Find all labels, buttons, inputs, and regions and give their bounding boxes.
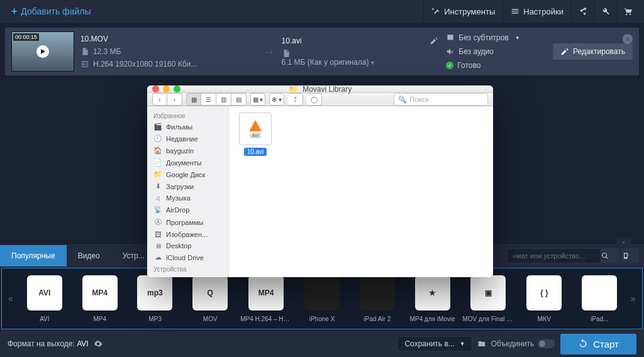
edit-button-label: Редактировать [573, 47, 625, 56]
sidebar-item-icon: ⬇ [153, 182, 162, 190]
pencil-icon [560, 47, 569, 56]
destination-filename: 10.avi [282, 36, 302, 45]
finder-search[interactable]: 🔍 Поиск [394, 93, 488, 106]
finder-titlebar[interactable]: 📁 Movavi Library [147, 85, 493, 93]
sidebar-item[interactable]: ☁iCloud Drive [147, 251, 228, 263]
format-icon: mp3 [137, 275, 172, 310]
share-button[interactable]: ⤴ [288, 93, 303, 106]
sidebar-item-label: Google Диск [166, 171, 205, 178]
format-label: MP3 [128, 316, 183, 322]
sidebar-item-label: Загрузки [166, 183, 194, 190]
cart-button[interactable] [616, 0, 639, 23]
share-button[interactable] [571, 0, 594, 23]
audio-muted-icon [446, 47, 455, 56]
duration-badge: 00:00:15 [13, 33, 39, 41]
sidebar-item[interactable]: 📡AirDrop [147, 204, 228, 216]
search-button[interactable] [601, 248, 619, 263]
file-item[interactable]: AVI 10.avi [235, 113, 275, 156]
format-label: iPad... [572, 316, 627, 322]
forward-button[interactable]: › [167, 93, 182, 106]
bottom-bar: Формат на выходе: AVI Сохранить в... ▼ О… [0, 331, 644, 357]
remove-item-button[interactable]: ✕ [623, 34, 633, 44]
sidebar-item[interactable]: 🕘Недавние [147, 133, 228, 145]
source-size: 12.3 МБ [93, 47, 121, 56]
format-search-input[interactable] [507, 248, 601, 263]
scroll-right-button[interactable]: » [627, 273, 640, 324]
window-zoom-button[interactable] [174, 85, 180, 92]
format-card[interactable]: iPad... [572, 275, 627, 322]
status-label: Готово [457, 61, 480, 70]
view-gallery-button[interactable]: ▤ [231, 93, 247, 106]
plus-icon: + [11, 6, 17, 17]
format-label: iPhone X [294, 316, 350, 322]
play-icon[interactable] [36, 45, 49, 58]
format-card[interactable]: AVIAVI [17, 275, 72, 322]
format-card[interactable]: MP4MP4 H.264 – HD 7... [238, 275, 294, 322]
file-name-label: 10.avi [244, 148, 267, 156]
merge-label: Объединить [491, 339, 535, 348]
detect-device-button[interactable] [621, 248, 639, 263]
audio-selector[interactable]: Без аудио [446, 47, 553, 56]
sidebar-favorites-header: Избранное [147, 110, 228, 121]
sidebar-item[interactable]: ◉Удаленный... [147, 274, 228, 277]
format-card[interactable]: MP4MP4 [72, 275, 128, 322]
device-detect-icon [621, 251, 630, 260]
back-button[interactable]: ‹ [152, 93, 167, 106]
sidebar-item[interactable]: ♫Музыка [147, 192, 228, 204]
chevron-down-icon[interactable]: ▾ [371, 59, 374, 66]
sidebar-item[interactable]: 🎬Фильмы [147, 121, 228, 133]
arrange-button[interactable]: ▦ ▾ [250, 93, 265, 106]
view-columns-button[interactable]: ▥ [216, 93, 231, 106]
tab-video[interactable]: Видео [67, 245, 111, 266]
sidebar-item[interactable]: 🖼Изображен... [147, 229, 228, 240]
collapse-button[interactable]: ⌄ [616, 238, 631, 245]
format-card[interactable]: mp3MP3 [128, 275, 183, 322]
wand-icon [431, 7, 440, 16]
format-card[interactable]: ▣MOV для Final Cut... [460, 275, 516, 322]
wrench-button[interactable] [594, 0, 616, 23]
scroll-left-button[interactable]: « [4, 273, 17, 324]
format-label: MOV для Final Cut... [460, 316, 516, 322]
format-card[interactable]: { }MKV [516, 275, 572, 322]
format-card[interactable]: QMOV [182, 275, 238, 322]
view-icons-button[interactable]: ▦ [186, 93, 201, 106]
sidebar-item-label: Недавние [166, 135, 198, 143]
cart-icon [624, 7, 633, 16]
finder-content[interactable]: AVI 10.avi [229, 106, 493, 277]
format-card[interactable]: iPad Air 2 [350, 275, 405, 322]
tools-label: Инструменты [444, 7, 495, 16]
tools-button[interactable]: Инструменты [423, 0, 502, 23]
sidebar-item[interactable]: ⒶПрограммы [147, 216, 228, 229]
format-label: MP4 для iMovie [405, 316, 460, 322]
edit-button[interactable]: Редактировать [553, 43, 633, 60]
browse-folder-button[interactable] [477, 339, 486, 348]
tags-button[interactable]: ◯ [307, 93, 322, 106]
save-to-selector[interactable]: Сохранить в... ▼ [397, 336, 472, 351]
subtitles-selector[interactable]: Без субтитров ▼ [446, 33, 553, 42]
video-thumbnail[interactable]: 00:00:15 [11, 31, 74, 72]
destination-size: 6.1 МБ (Как у оригинала) [282, 58, 369, 67]
format-card[interactable]: iPhone X [294, 275, 350, 322]
destination-info: 10.avi 6.1 МБ (Как у оригинала) ▾ [282, 36, 439, 67]
finder-sidebar: Избранное 🎬Фильмы🕘Недавние🏠bayguzin📄Доку… [147, 106, 229, 277]
window-close-button[interactable] [152, 85, 159, 92]
window-minimize-button[interactable] [163, 85, 170, 92]
finder-title: 📁 Movavi Library [147, 85, 493, 94]
sidebar-item[interactable]: 🏠bayguzin [147, 145, 228, 157]
sidebar-item[interactable]: 🖥Desktop [147, 240, 228, 251]
wrench-icon [601, 7, 610, 16]
sidebar-item[interactable]: 📄Документы [147, 157, 228, 168]
rename-icon[interactable] [430, 36, 438, 45]
format-card[interactable]: ★MP4 для iMovie [405, 275, 460, 322]
settings-button[interactable]: Настройки [502, 0, 571, 23]
add-files-button[interactable]: + Добавить файлы [5, 2, 97, 21]
merge-toggle[interactable]: Объединить [491, 339, 556, 348]
format-settings-button[interactable] [94, 339, 103, 348]
view-list-button[interactable]: ☰ [201, 93, 216, 106]
start-button[interactable]: Старт [560, 334, 636, 354]
sidebar-item[interactable]: 📁Google Диск [147, 168, 228, 180]
sidebar-item[interactable]: ⬇Загрузки [147, 180, 228, 192]
action-button[interactable]: ✻ ▾ [269, 93, 284, 106]
format-icon [360, 275, 395, 310]
tab-popular[interactable]: Популярные [0, 245, 67, 266]
